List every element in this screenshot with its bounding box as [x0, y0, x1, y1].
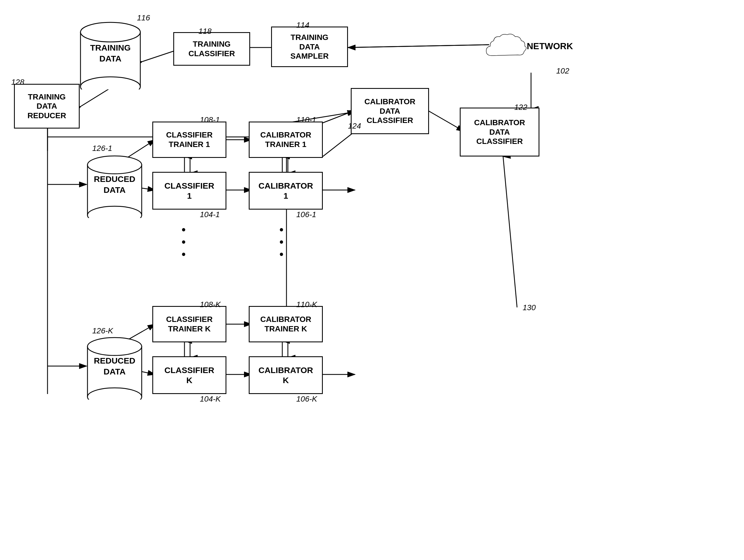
svg-point-44: [80, 22, 140, 42]
classifier-k-box: CLASSIFIERK: [152, 356, 226, 394]
network-label: NETWORK: [527, 41, 573, 51]
label-118: 118: [198, 27, 212, 36]
training-data-cylinder: TRAININGDATA: [80, 17, 141, 89]
svg-point-47: [87, 156, 142, 174]
calibrator-trainer-1-box: CALIBRATORTRAINER 1: [249, 121, 323, 158]
label-104-k: 104-K: [200, 395, 221, 404]
svg-line-6: [348, 45, 489, 47]
reduced-data-1-label: REDUCEDDATA: [94, 174, 135, 195]
svg-line-39: [323, 131, 355, 156]
calibrator-trainer-k-box: CALIBRATORTRAINER K: [249, 306, 323, 342]
label-128: 128: [11, 78, 24, 87]
training-data-label: TRAININGDATA: [90, 42, 131, 64]
classifier-trainer-k-box: CLASSIFIERTRAINER K: [152, 306, 226, 342]
training-data-sampler-box: TRAININGDATASAMPLER: [271, 27, 348, 67]
reduced-data-k-label: REDUCEDDATA: [94, 355, 135, 377]
calibrator-data-classifier-right-box: CALIBRATORDATACLASSIFIER: [460, 108, 540, 156]
label-122: 122: [514, 103, 527, 112]
label-106-k: 106-K: [296, 395, 317, 404]
diagram: TRAININGDATA REDUCEDDATA REDUCEDDATA NET…: [0, 0, 744, 560]
label-108-k: 108-K: [200, 300, 221, 309]
svg-line-26: [427, 110, 464, 131]
label-106-1: 106-1: [296, 210, 317, 219]
calibrator-data-classifier-top-box: CALIBRATORDATACLASSIFIER: [351, 88, 429, 134]
label-126-k: 126-K: [92, 326, 113, 335]
dots-classifier: •••: [182, 224, 186, 260]
label-110-1: 110-1: [296, 115, 317, 124]
dots-calibrator: •••: [280, 224, 284, 260]
label-102: 102: [556, 67, 569, 75]
label-110-k: 110-K: [296, 300, 317, 309]
reduced-data-1-cylinder: REDUCEDDATA: [87, 151, 143, 218]
reduced-data-k-cylinder: REDUCEDDATA: [87, 333, 143, 400]
classifier-1-box: CLASSIFIER1: [152, 172, 226, 210]
label-116: 116: [137, 13, 150, 22]
svg-line-40: [503, 156, 517, 307]
label-104-1: 104-1: [200, 210, 220, 219]
classifier-trainer-1-box: CLASSIFIERTRAINER 1: [152, 121, 226, 158]
label-124: 124: [348, 121, 361, 130]
calibrator-1-box: CALIBRATOR1: [249, 172, 323, 210]
label-114: 114: [296, 21, 309, 30]
svg-point-50: [87, 338, 142, 356]
svg-line-38: [346, 45, 489, 47]
training-classifier-box: TRAININGCLASSIFIER: [173, 32, 250, 66]
label-126-1: 126-1: [92, 144, 112, 153]
svg-line-11: [81, 88, 110, 106]
svg-line-5: [143, 50, 176, 62]
label-108-1: 108-1: [200, 115, 220, 124]
training-data-reducer-box: TRAININGDATAREDUCER: [14, 84, 80, 128]
calibrator-k-box: CALIBRATORK: [249, 356, 323, 394]
label-130: 130: [523, 303, 536, 312]
